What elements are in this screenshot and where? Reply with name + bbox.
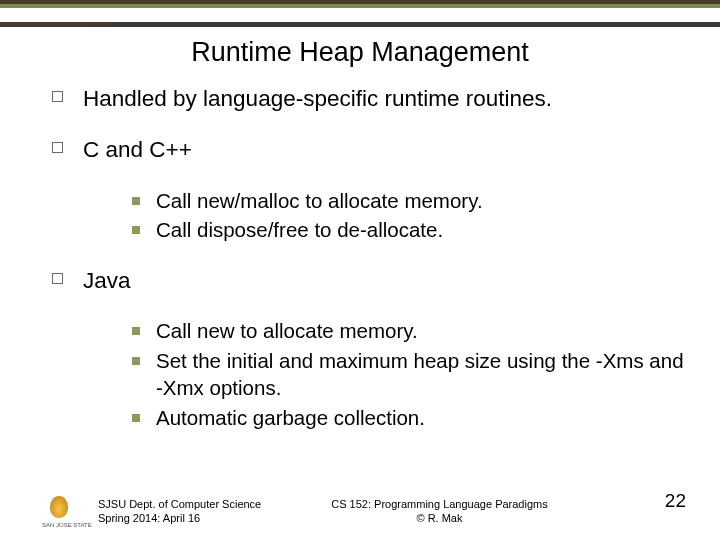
bullet-text: C and C++ [83, 135, 192, 164]
bullet-item: Handled by language-specific runtime rou… [52, 84, 690, 113]
bullet-text: Handled by language-specific runtime rou… [83, 84, 552, 113]
footer-course: CS 152: Programming Language Paradigms [331, 498, 547, 512]
page-number: 22 [665, 490, 686, 512]
square-bullet-icon [52, 91, 63, 102]
sub-bullet-text: Automatic garbage collection. [156, 404, 425, 432]
sub-bullet-item: Call dispose/free to de-allocate. [132, 216, 690, 244]
slide-footer: SAN JOSE STATE SJSU Dept. of Computer Sc… [0, 496, 720, 528]
square-bullet-icon [52, 273, 63, 284]
sub-bullet-item: Set the initial and maximum heap size us… [132, 347, 690, 402]
sub-list: Call new to allocate memory. Set the ini… [132, 317, 690, 432]
solid-bullet-icon [132, 226, 140, 234]
footer-dept: SJSU Dept. of Computer Science [98, 498, 261, 512]
sub-bullet-text: Set the initial and maximum heap size us… [156, 347, 690, 402]
decorative-top-bars [0, 0, 720, 27]
solid-bullet-icon [132, 357, 140, 365]
sub-bullet-text: Call dispose/free to de-allocate. [156, 216, 443, 244]
sub-bullet-item: Call new to allocate memory. [132, 317, 690, 345]
bullet-item: C and C++ [52, 135, 690, 164]
square-bullet-icon [52, 142, 63, 153]
bullet-item: Java [52, 266, 690, 295]
footer-center: CS 152: Programming Language Paradigms ©… [331, 498, 547, 526]
solid-bullet-icon [132, 197, 140, 205]
sub-list: Call new/malloc to allocate memory. Call… [132, 187, 690, 244]
sjsu-logo-icon: SAN JOSE STATE [42, 496, 78, 528]
sub-bullet-text: Call new/malloc to allocate memory. [156, 187, 483, 215]
slide-title: Runtime Heap Management [0, 27, 720, 84]
sub-bullet-text: Call new to allocate memory. [156, 317, 418, 345]
solid-bullet-icon [132, 327, 140, 335]
sub-bullet-item: Automatic garbage collection. [132, 404, 690, 432]
solid-bullet-icon [132, 414, 140, 422]
slide-content: Handled by language-specific runtime rou… [0, 84, 720, 432]
footer-copyright: © R. Mak [331, 512, 547, 526]
bullet-text: Java [83, 266, 131, 295]
footer-date: Spring 2014: April 16 [98, 512, 261, 526]
footer-left: SJSU Dept. of Computer Science Spring 20… [98, 498, 261, 526]
sub-bullet-item: Call new/malloc to allocate memory. [132, 187, 690, 215]
